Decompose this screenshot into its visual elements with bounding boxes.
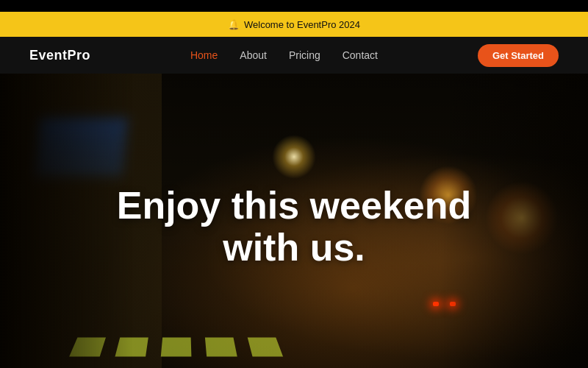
hero-title-line2: with us. — [223, 226, 365, 269]
announcement-icon: 🔔 — [228, 19, 240, 30]
nav-link-contact[interactable]: Contact — [343, 49, 378, 61]
nav-item-pricing[interactable]: Pricing — [289, 49, 320, 62]
nav-link-home[interactable]: Home — [190, 49, 218, 61]
taillight-left — [433, 302, 439, 306]
hero-section: Enjoy this weekend with us. — [0, 74, 588, 368]
hero-content: Enjoy this weekend with us. — [117, 185, 472, 269]
nav-item-about[interactable]: About — [240, 49, 267, 62]
nav-logo[interactable]: EventPro — [29, 48, 90, 63]
nav-link-about[interactable]: About — [240, 49, 267, 61]
nav-link-pricing[interactable]: Pricing — [289, 49, 320, 61]
street-light-center — [272, 135, 316, 179]
top-bar — [0, 0, 588, 12]
navbar: EventPro Home About Pricing Contact Get … — [0, 37, 588, 74]
announcement-bar: 🔔 Welcome to EventPro 2024 — [0, 12, 588, 37]
hero-title: Enjoy this weekend with us. — [117, 185, 472, 269]
hero-title-line1: Enjoy this weekend — [117, 184, 472, 227]
nav-item-contact[interactable]: Contact — [343, 49, 378, 62]
dark-overlay-left — [0, 74, 132, 368]
announcement-text: Welcome to EventPro 2024 — [244, 19, 360, 30]
get-started-button[interactable]: Get Started — [478, 44, 559, 67]
nav-item-home[interactable]: Home — [190, 49, 218, 62]
nav-links: Home About Pricing Contact — [190, 49, 378, 62]
